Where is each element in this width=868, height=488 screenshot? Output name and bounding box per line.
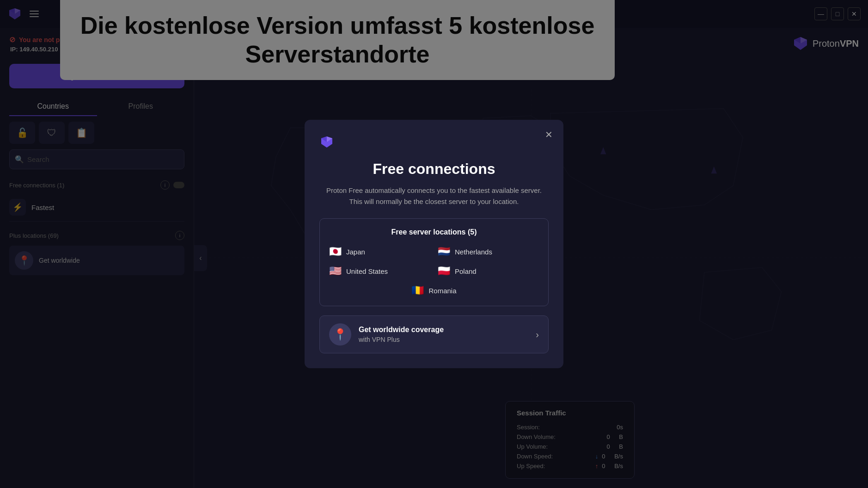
list-item: 🇵🇱 Poland — [438, 265, 539, 277]
modal-logo — [319, 135, 549, 149]
modal-dialog: ✕ Free connections Proton Free automatic… — [305, 120, 563, 368]
vpn-plus-banner[interactable]: 📍 Get worldwide coverage with VPN Plus › — [319, 315, 549, 353]
vpn-plus-text: Get worldwide coverage with VPN Plus — [359, 326, 444, 343]
list-item: 🇯🇵 Japan — [329, 246, 430, 258]
romania-label: Romania — [428, 287, 456, 295]
locations-grid: 🇯🇵 Japan 🇳🇱 Netherlands 🇺🇸 United States — [329, 246, 539, 297]
free-locations-box: Free server locations (5) 🇯🇵 Japan 🇳🇱 Ne… — [319, 218, 549, 306]
modal-close-button[interactable]: ✕ — [541, 127, 556, 142]
usa-label: United States — [346, 267, 388, 275]
vpn-plus-left: 📍 Get worldwide coverage with VPN Plus — [329, 323, 444, 346]
list-item: 🇷🇴 Romania — [329, 284, 539, 297]
modal-overlay[interactable]: ✕ Free connections Proton Free automatic… — [0, 0, 868, 488]
vpn-plus-title: Get worldwide coverage — [359, 326, 444, 334]
romania-flag-icon: 🇷🇴 — [411, 284, 424, 297]
poland-label: Poland — [455, 267, 477, 275]
vpn-plus-icon: 📍 — [329, 323, 351, 346]
app-window: — □ ✕ ⊘ You are not protected! IP: 149.4… — [0, 0, 868, 488]
modal-proton-icon — [319, 135, 334, 149]
vpn-plus-subtitle: with VPN Plus — [359, 336, 444, 343]
japan-label: Japan — [346, 248, 365, 256]
japan-flag-icon: 🇯🇵 — [329, 246, 342, 258]
poland-flag-icon: 🇵🇱 — [438, 265, 450, 277]
modal-title: Free connections — [319, 161, 549, 178]
chevron-right-icon: › — [536, 329, 539, 340]
list-item: 🇳🇱 Netherlands — [438, 246, 539, 258]
netherlands-flag-icon: 🇳🇱 — [438, 246, 450, 258]
free-locations-title: Free server locations (5) — [329, 228, 539, 236]
usa-flag-icon: 🇺🇸 — [329, 265, 342, 277]
netherlands-label: Netherlands — [455, 248, 492, 256]
modal-description: Proton Free automatically connects you t… — [319, 185, 549, 207]
list-item: 🇺🇸 United States — [329, 265, 430, 277]
